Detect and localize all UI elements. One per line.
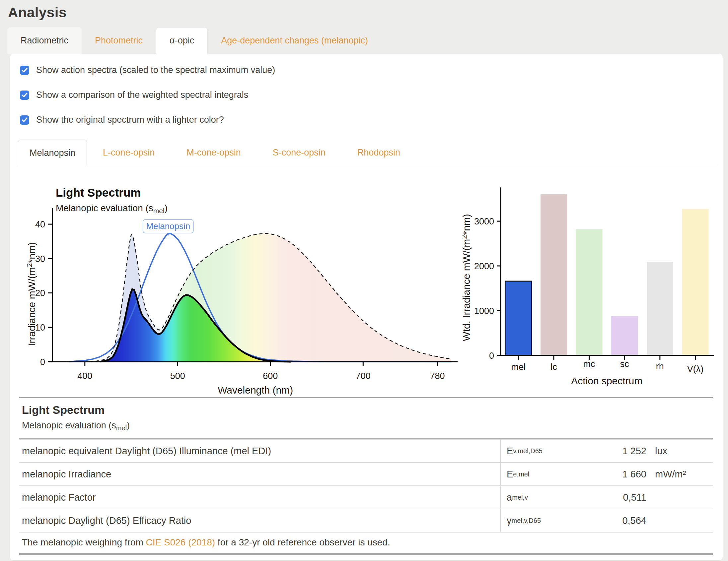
x-tick-label: 700 <box>356 371 371 381</box>
melanopic-results-table: Light Spectrum Melanopic evaluation (sme… <box>19 397 713 555</box>
checkbox-label[interactable]: Show a comparison of the weighted spectr… <box>36 90 248 100</box>
checkbox-row-action-spectra: Show action spectra (scaled to the spect… <box>20 65 718 75</box>
subtab-s-cone-opsin[interactable]: S-cone-opsin <box>261 140 337 166</box>
x-tick-label: V(λ) <box>687 364 703 374</box>
bar-mel <box>505 281 532 355</box>
tab-photometric[interactable]: Photometric <box>82 27 156 54</box>
weighted-integrals-bar-chart: 0100020003000mellcmcscrhV(λ) Wtd. Irradi… <box>463 168 718 388</box>
row-symbol: Ev,mel,D65 <box>500 440 597 462</box>
tab-age-dependent-changes[interactable]: Age-dependent changes (melanopic) <box>208 27 381 54</box>
row-symbol: γmel,v,D65 <box>500 509 597 532</box>
charts-row: Light Spectrum Melanopic evaluation (sme… <box>27 168 718 397</box>
show-action-spectra-checkbox[interactable] <box>20 66 29 75</box>
row-label: melanopic Factor <box>19 492 500 503</box>
table-row: melanopic Factor amel,v 0,511 <box>19 485 713 509</box>
row-unit: mW/m² <box>646 469 713 480</box>
x-axis-label: Wavelength (nm) <box>218 385 293 395</box>
show-weighted-integrals-checkbox[interactable] <box>20 91 29 100</box>
bar-rh <box>647 262 673 355</box>
show-original-spectrum-checkbox[interactable] <box>20 115 29 125</box>
row-value: 0,564 <box>597 515 646 526</box>
y-tick-label: 2000 <box>474 261 494 271</box>
x-tick-label: sc <box>620 359 629 369</box>
x-tick-label: mel <box>511 362 526 372</box>
y-tick-label: 1000 <box>474 306 494 316</box>
chart-title: Light Spectrum <box>56 186 141 199</box>
checkbox-row-original-spectrum: Show the original spectrum with a lighte… <box>20 115 718 125</box>
light-spectrum-chart: Light Spectrum Melanopic evaluation (sme… <box>27 168 463 397</box>
opsin-tab-bar: Melanopsin L-cone-opsin M-cone-opsin S-c… <box>18 140 718 166</box>
checkbox-label[interactable]: Show action spectra (scaled to the spect… <box>36 65 275 75</box>
table-heading: Light Spectrum <box>22 403 710 416</box>
row-symbol: Ee,mel <box>500 463 597 485</box>
x-tick-label: 500 <box>170 371 185 381</box>
x-tick-label: 600 <box>263 371 278 381</box>
checkbox-row-weighted-integrals: Show a comparison of the weighted spectr… <box>20 90 718 100</box>
x-tick-label: lc <box>551 362 557 372</box>
table-footnote: The melanopic weighing from CIE S026 (20… <box>19 532 713 553</box>
row-symbol: amel,v <box>500 486 597 509</box>
row-value: 0,511 <box>597 492 646 503</box>
checkmark-icon <box>22 117 28 122</box>
melanopsin-annotation: Melanopsin <box>143 220 193 236</box>
row-label: melanopic Daylight (D65) Efficacy Ratio <box>19 515 500 526</box>
y-axis-label: Wtd. Irradiance mW/(m2*nm) <box>463 214 472 341</box>
y-tick-label: 40 <box>35 220 45 230</box>
svg-text:Melanopsin: Melanopsin <box>146 221 190 231</box>
row-value: 1 252 <box>597 446 646 456</box>
checkmark-icon <box>22 68 28 73</box>
row-unit: lux <box>646 446 713 456</box>
bar-V(λ) <box>682 209 709 355</box>
row-label: melanopic Irradiance <box>19 469 500 480</box>
tab-radiometric[interactable]: Radiometric <box>7 27 82 54</box>
subtab-l-cone-opsin[interactable]: L-cone-opsin <box>92 140 166 166</box>
row-label: melanopic equivalent Daylight (D65) Illu… <box>19 446 500 456</box>
x-tick-label: 780 <box>430 371 445 381</box>
table-row: melanopic equivalent Daylight (D65) Illu… <box>19 439 713 462</box>
bar-sc <box>612 316 638 355</box>
x-axis-label: Action spectrum <box>571 375 643 386</box>
bar-mc <box>576 229 603 355</box>
table-row: melanopic Daylight (D65) Efficacy Ratio … <box>19 509 713 532</box>
x-tick-label: mc <box>583 359 595 369</box>
table-subtitle: Melanopic evaluation (smel) <box>22 420 710 432</box>
x-tick-label: rh <box>656 361 664 371</box>
y-tick-label: 0 <box>489 351 494 361</box>
checkmark-icon <box>22 93 28 98</box>
tab-alpha-opic[interactable]: α-opic <box>156 27 208 54</box>
row-value: 1 660 <box>597 469 646 480</box>
y-tick-label: 0 <box>40 357 45 367</box>
table-row: melanopic Irradiance Ee,mel 1 660 mW/m² <box>19 462 713 485</box>
checkbox-label[interactable]: Show the original spectrum with a lighte… <box>36 115 224 125</box>
chart-subtitle: Melanopic evaluation (smel) <box>56 203 168 215</box>
subtab-rhodopsin[interactable]: Rhodopsin <box>346 140 411 166</box>
cie-s026-link[interactable]: CIE S026 (2018) <box>146 537 215 547</box>
x-tick-label: 400 <box>77 371 92 381</box>
y-axis-label: Irradiance mW/(m2*nm) <box>27 242 37 346</box>
alpha-opic-tab-panel: Show action spectra (scaled to the spect… <box>10 54 723 560</box>
subtab-m-cone-opsin[interactable]: M-cone-opsin <box>175 140 252 166</box>
main-tab-bar: Radiometric Photometric α-opic Age-depen… <box>7 27 728 54</box>
y-tick-label: 3000 <box>474 217 494 227</box>
table-header: Light Spectrum Melanopic evaluation (sme… <box>19 398 713 439</box>
subtab-melanopsin[interactable]: Melanopsin <box>18 140 87 166</box>
bar-lc <box>541 194 567 355</box>
page-title: Analysis <box>8 5 728 21</box>
